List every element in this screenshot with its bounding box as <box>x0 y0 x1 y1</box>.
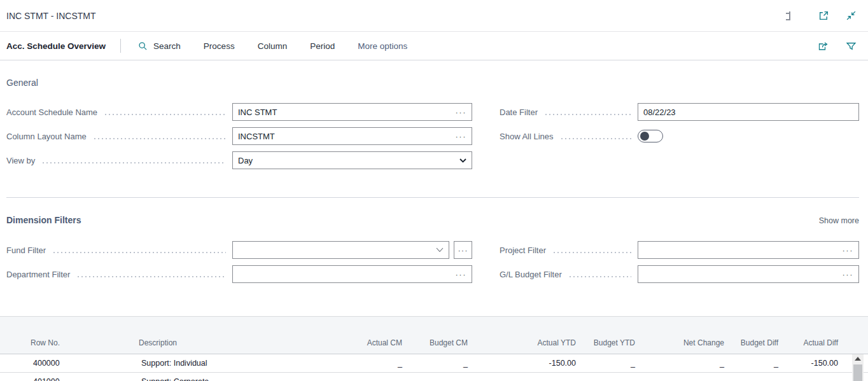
col-header-net-change[interactable]: Net Change <box>640 317 729 354</box>
view-by-value: Day <box>238 156 253 165</box>
menu-item-label: Search <box>153 41 181 51</box>
column-layout-name-input[interactable]: ··· <box>232 127 472 145</box>
table-cell[interactable]: _ <box>729 354 783 372</box>
menu-item-period[interactable]: Period <box>310 41 335 51</box>
account-schedule-lookup-icon[interactable]: ··· <box>456 108 467 116</box>
dimension-filter-fields: Fund Filter ··· Department Filter <box>6 241 859 289</box>
department-filter-lookup-icon[interactable]: ··· <box>456 270 467 279</box>
date-filter-value[interactable] <box>643 107 853 117</box>
dotted-leader <box>93 138 226 139</box>
field-account-schedule-name: Account Schedule Name ··· <box>6 103 472 121</box>
field-project-filter: Project Filter ··· <box>500 241 859 259</box>
field-date-filter: Date Filter <box>500 103 859 121</box>
clipped-glyph-icon <box>786 11 790 20</box>
filler-header <box>843 317 868 354</box>
table-cell[interactable]: _ <box>640 354 729 372</box>
table-cell[interactable]: _ <box>344 372 407 381</box>
table-cell[interactable]: _ <box>729 372 783 381</box>
menu-item-search[interactable]: Search <box>138 41 181 51</box>
project-filter-input[interactable]: ··· <box>638 241 859 259</box>
menu-item-column[interactable]: Column <box>258 41 288 51</box>
table-cell[interactable]: 401000 <box>25 372 134 381</box>
table-row[interactable]: 400000Support: Individual__-150.00___-15… <box>0 354 868 372</box>
table-cell[interactable]: _ <box>581 354 640 372</box>
gl-budget-filter-value[interactable] <box>643 270 837 279</box>
table-cell[interactable]: _ <box>640 372 729 381</box>
table-row[interactable]: 401000Support: Corporate_______ <box>0 372 868 381</box>
table-cell[interactable]: _ <box>473 372 581 381</box>
project-filter-value[interactable] <box>643 246 837 255</box>
table-cell[interactable]: -150.00 <box>783 354 843 372</box>
col-header-budget-ytd[interactable]: Budget YTD <box>581 317 640 354</box>
gl-budget-filter-input[interactable]: ··· <box>638 265 859 283</box>
filter-icon[interactable] <box>846 41 857 52</box>
scrollbar-thumb[interactable] <box>853 364 862 381</box>
search-icon <box>138 41 148 51</box>
field-fund-filter: Fund Filter ··· <box>6 241 472 259</box>
dotted-leader <box>104 114 226 115</box>
field-label: Fund Filter <box>6 246 46 255</box>
menu-item-process[interactable]: Process <box>204 41 235 51</box>
show-all-lines-toggle[interactable] <box>638 130 663 142</box>
table-cell[interactable]: _ <box>407 372 473 381</box>
gl-budget-filter-lookup-icon[interactable]: ··· <box>843 270 854 279</box>
field-label: Column Layout Name <box>6 132 87 141</box>
page-title: INC STMT - INCSTMT <box>6 11 96 21</box>
col-header-row-no[interactable]: Row No. <box>25 317 134 354</box>
table-cell[interactable]: Support: Individual <box>134 354 344 372</box>
view-by-select[interactable]: Day <box>232 151 472 169</box>
table-cell[interactable]: _ <box>344 354 407 372</box>
table-cell[interactable]: Support: Corporate <box>134 372 344 381</box>
table-cell[interactable]: -150.00 <box>473 354 581 372</box>
open-in-new-window-icon[interactable] <box>818 10 829 21</box>
window-title-bar: INC STMT - INCSTMT <box>0 0 868 32</box>
column-layout-name-value[interactable] <box>238 132 451 141</box>
dimension-filters-header: Dimension Filters Show more <box>6 215 859 225</box>
chevron-down-icon <box>459 158 466 163</box>
section-divider <box>6 197 859 198</box>
menu-item-more-options[interactable]: More options <box>358 41 407 51</box>
field-label: Project Filter <box>500 246 546 255</box>
col-header-budget-cm[interactable]: Budget CM <box>407 317 473 354</box>
fund-filter-combobox[interactable] <box>232 241 449 259</box>
col-header-actual-diff[interactable]: Actual Diff <box>783 317 843 354</box>
table-cell[interactable]: _ <box>581 372 640 381</box>
field-label: Date Filter <box>500 107 538 117</box>
dotted-leader <box>552 252 631 253</box>
fund-filter-lookup-button[interactable]: ··· <box>454 241 472 259</box>
col-header-description[interactable]: Description <box>134 317 344 354</box>
collapse-icon[interactable] <box>846 10 857 21</box>
col-header-actual-ytd[interactable]: Actual YTD <box>473 317 581 354</box>
show-more-link[interactable]: Show more <box>819 216 859 225</box>
column-layout-lookup-icon[interactable]: ··· <box>456 132 467 141</box>
section-title-general[interactable]: General <box>6 78 859 88</box>
date-filter-input[interactable] <box>638 103 859 121</box>
field-label: Show All Lines <box>500 132 554 141</box>
table-cell[interactable]: _ <box>783 372 843 381</box>
share-icon[interactable] <box>818 41 829 52</box>
field-label: Department Filter <box>6 270 70 279</box>
table-body: 400000Support: Individual__-150.00___-15… <box>0 354 868 381</box>
title-bar-actions <box>786 10 857 21</box>
scroll-up-icon[interactable] <box>855 357 861 361</box>
vertical-scrollbar[interactable] <box>852 354 864 381</box>
department-filter-value[interactable] <box>238 270 451 279</box>
table-cell[interactable]: 400000 <box>25 354 134 372</box>
dotted-leader <box>568 276 631 277</box>
toggle-knob <box>640 132 649 141</box>
project-filter-lookup-icon[interactable]: ··· <box>843 246 854 254</box>
schedule-overview-grid: Row No. Description Actual CM Budget CM … <box>0 316 868 381</box>
col-header-actual-cm[interactable]: Actual CM <box>344 317 407 354</box>
section-title-dimension-filters[interactable]: Dimension Filters <box>6 215 81 225</box>
table-cell[interactable]: _ <box>407 354 473 372</box>
col-header-budget-diff[interactable]: Budget Diff <box>729 317 783 354</box>
account-schedule-name-value[interactable] <box>238 107 451 117</box>
row-gutter <box>0 354 25 372</box>
fund-filter-value[interactable] <box>238 246 431 255</box>
dotted-leader <box>76 276 226 277</box>
account-schedule-name-input[interactable]: ··· <box>232 103 472 121</box>
dotted-leader <box>560 138 631 139</box>
department-filter-input[interactable]: ··· <box>232 265 472 283</box>
dotted-leader <box>41 162 226 163</box>
chevron-down-icon[interactable] <box>436 247 444 253</box>
